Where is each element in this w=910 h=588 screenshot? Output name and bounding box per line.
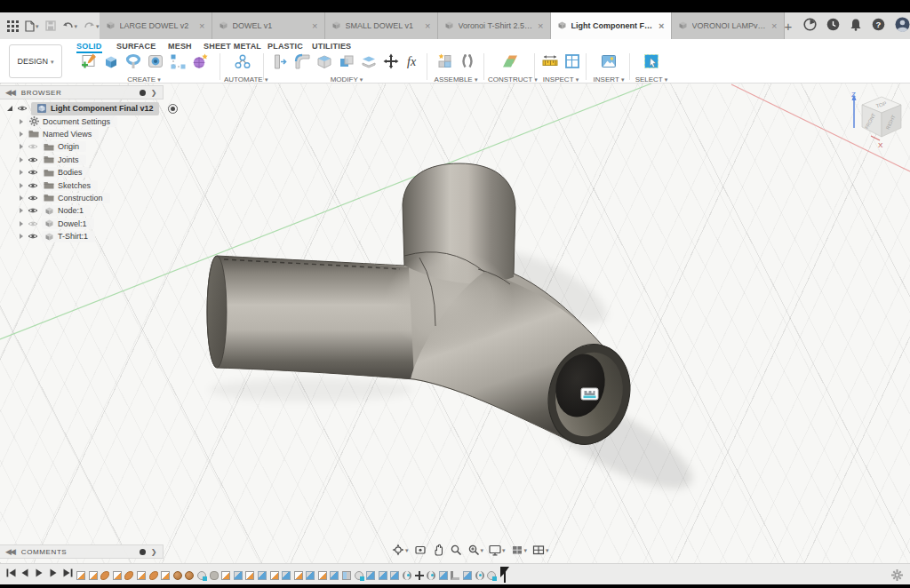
timeline-feature-revolve[interactable]	[185, 571, 194, 580]
timeline-position-marker[interactable]	[500, 568, 511, 584]
timeline-feature-extrude[interactable]	[379, 571, 387, 580]
joint-icon[interactable]	[458, 52, 477, 71]
timeline-feature-extrude[interactable]	[390, 571, 399, 580]
visibility-eye-icon[interactable]	[27, 143, 38, 150]
group-label-create[interactable]: CREATE ▾	[73, 75, 215, 83]
pan-icon[interactable]	[432, 544, 444, 556]
timeline-feature-joint[interactable]	[427, 571, 435, 580]
timeline-feature-loft[interactable]	[149, 571, 158, 580]
document-tab-voronoi-t-shirt-2-5mm-v6[interactable]: Voronoi T-Shirt 2.5MM v6×	[438, 12, 551, 39]
section-analysis-icon[interactable]	[563, 52, 582, 71]
timeline-feature-loft[interactable]	[124, 571, 133, 580]
timeline-feature-joint-origin[interactable]	[197, 571, 206, 580]
automate-icon[interactable]	[233, 52, 252, 71]
group-label-insert[interactable]: INSERT ▾	[590, 75, 627, 83]
browser-item-named-views[interactable]: Named Views	[0, 128, 164, 140]
timeline-feature-sketch[interactable]	[245, 571, 254, 580]
document-tab-dowel-v1[interactable]: DOWEL v1×	[212, 12, 325, 39]
document-tab-light-component-final-v12[interactable]: Light Component Final v12×	[551, 12, 672, 39]
create-form-icon[interactable]	[190, 52, 210, 71]
undo-icon[interactable]: ▾	[62, 21, 78, 31]
timeline-feature-combine[interactable]	[342, 571, 351, 580]
look-at-icon[interactable]	[414, 544, 427, 556]
combine-icon[interactable]	[337, 52, 356, 71]
timeline-feature-joint-origin[interactable]	[355, 571, 363, 580]
browser-item-joints[interactable]: Joints	[0, 154, 164, 166]
document-tab-large-dowel-v2[interactable]: LARGE DOWEL v2×	[100, 12, 212, 39]
change-parameters-icon[interactable]: fx	[403, 52, 423, 71]
orbit-icon[interactable]: ▾	[392, 544, 409, 556]
visibility-eye-icon[interactable]	[27, 182, 38, 189]
grid-settings-icon[interactable]: ▾	[511, 544, 528, 556]
workspace-tab-plastic[interactable]: PLASTIC	[267, 42, 303, 51]
group-label-modify[interactable]: MODIFY ▾	[268, 75, 425, 83]
app-grid-icon[interactable]	[7, 20, 19, 32]
browser-item-document-settings[interactable]: Document Settings	[0, 115, 164, 127]
play-icon[interactable]	[34, 568, 44, 578]
visibility-eye-icon[interactable]	[16, 105, 28, 112]
group-label-construct[interactable]: CONSTRUCT ▾	[488, 75, 532, 83]
timeline-feature-joint-origin[interactable]	[487, 571, 496, 580]
document-tab-small-dowel-v1[interactable]: SMALL DOWEL v1×	[325, 12, 438, 39]
timeline-feature-sketch[interactable]	[137, 571, 146, 580]
timeline-feature-revolve[interactable]	[173, 571, 182, 580]
timeline-feature-sketch[interactable]	[161, 571, 170, 580]
browser-item-dowel-1[interactable]: Dowel:1	[0, 218, 164, 230]
expand-arrow-icon[interactable]	[20, 183, 23, 188]
viewports-icon[interactable]: ▾	[532, 544, 549, 556]
expand-arrow-icon[interactable]	[20, 221, 23, 226]
job-status-icon[interactable]	[803, 18, 817, 35]
expand-arrow-icon[interactable]	[20, 157, 23, 163]
expand-arrow-icon[interactable]	[20, 195, 23, 201]
close-tab-icon[interactable]: ×	[199, 21, 204, 31]
notifications-icon[interactable]	[850, 18, 862, 35]
select-icon[interactable]	[642, 52, 661, 71]
timeline-feature-sketch[interactable]	[318, 571, 327, 580]
timeline-feature-extrude[interactable]	[366, 571, 375, 580]
close-tab-icon[interactable]: ×	[538, 21, 543, 31]
view-cube[interactable]: Z TOP FRONT RIGHT X	[851, 91, 901, 149]
browser-item-node-1[interactable]: Node:1	[0, 204, 164, 217]
timeline-feature-extrude[interactable]	[463, 571, 472, 580]
collapse-panel-icon[interactable]: ◀◀	[5, 88, 14, 97]
file-new-icon[interactable]: ▾	[25, 20, 39, 32]
canvas-icon[interactable]	[599, 52, 619, 71]
timeline-feature-extrude[interactable]	[258, 571, 267, 580]
split-body-icon[interactable]	[359, 52, 379, 71]
comments-options-icon[interactable]	[140, 549, 146, 555]
revolve-icon[interactable]	[124, 52, 143, 71]
timeline-feature-extrude[interactable]	[234, 571, 243, 580]
comments-resize-handle[interactable]: ❯	[151, 548, 157, 556]
display-settings-icon[interactable]: ▾	[489, 544, 506, 556]
recent-files-icon[interactable]	[826, 18, 840, 35]
redo-icon[interactable]: ▾	[84, 21, 100, 31]
shell-icon[interactable]	[315, 52, 334, 71]
viewport-canvas[interactable]: Z TOP FRONT RIGHT X ◀◀ BROWSER ❯ Light	[0, 83, 910, 563]
expand-arrow-icon[interactable]	[20, 170, 23, 175]
help-icon[interactable]: ?	[872, 18, 885, 35]
skip-start-icon[interactable]	[5, 568, 16, 578]
press-pull-icon[interactable]	[270, 52, 290, 71]
timeline-feature-extrude[interactable]	[330, 571, 339, 580]
step-back-icon[interactable]	[20, 568, 30, 578]
visibility-eye-icon[interactable]	[27, 156, 38, 163]
close-tab-icon[interactable]: ×	[771, 21, 777, 31]
timeline-feature-joint[interactable]	[475, 571, 484, 580]
skip-end-icon[interactable]	[62, 568, 73, 578]
browser-item-origin[interactable]: Origin	[0, 140, 164, 153]
panel-options-icon[interactable]	[140, 90, 146, 96]
timeline-feature-sketch[interactable]	[76, 571, 85, 580]
timeline-feature-sketch[interactable]	[89, 571, 98, 580]
expand-arrow-icon[interactable]	[20, 119, 23, 124]
timeline-feature-form[interactable]	[210, 571, 219, 580]
profile-avatar[interactable]	[895, 17, 910, 36]
timeline-feature-extrude[interactable]	[439, 571, 448, 580]
browser-item-construction[interactable]: Construction	[0, 192, 164, 204]
visibility-eye-icon[interactable]	[27, 169, 38, 176]
timeline-feature-loft[interactable]	[100, 571, 109, 580]
timeline-feature-extrude[interactable]	[282, 571, 291, 580]
new-tab-button[interactable]: +	[785, 19, 793, 34]
workspace-tab-mesh[interactable]: MESH	[168, 42, 192, 51]
timeline-feature-sketch[interactable]	[294, 571, 303, 580]
measure-icon[interactable]	[540, 52, 560, 71]
